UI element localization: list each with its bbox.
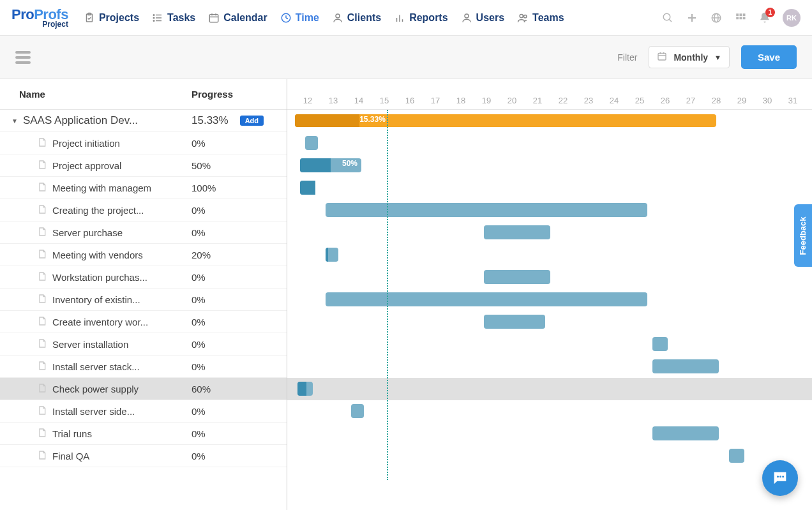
svg-rect-30	[740, 13, 742, 16]
gantt-bar[interactable]	[484, 315, 545, 329]
svg-rect-35	[658, 53, 666, 60]
svg-rect-34	[743, 17, 746, 19]
task-row[interactable]: Create inventory wor...0%	[0, 311, 287, 333]
grid-icon[interactable]	[734, 11, 747, 24]
nav-users[interactable]: Users	[455, 8, 511, 27]
gantt-bar[interactable]	[326, 248, 338, 262]
task-progress: 0%	[192, 227, 206, 238]
task-row[interactable]: Project approval50%	[0, 154, 287, 177]
task-name: Install server stack...	[52, 361, 140, 372]
clipboard-icon	[84, 12, 95, 24]
gantt-bar[interactable]	[729, 449, 744, 463]
task-row[interactable]: Meeting with managem100%	[0, 177, 287, 199]
timeline-header: 1213141516171819202122232425262728293031	[287, 79, 812, 110]
gantt-row: 15.33%	[287, 110, 812, 132]
nav-clients[interactable]: Clients	[326, 8, 387, 27]
header: ProProfs Project ProjectsTasksCalendarTi…	[0, 0, 812, 36]
task-row[interactable]: Install server stack...0%	[0, 356, 287, 378]
logo[interactable]: ProProfs Project	[11, 8, 68, 28]
gantt-row	[287, 423, 812, 445]
task-row[interactable]: Creating the project...0%	[0, 199, 287, 221]
add-icon[interactable]	[686, 11, 698, 24]
task-row[interactable]: Server installation0%	[0, 333, 287, 356]
clock-icon	[280, 12, 292, 24]
gantt-bar[interactable]	[652, 337, 668, 351]
file-icon	[37, 227, 47, 239]
task-name: Inventory of existin...	[52, 294, 140, 305]
gantt-row	[287, 132, 812, 154]
task-row[interactable]: Server purchase0%	[0, 221, 287, 244]
task-progress: 0%	[192, 138, 206, 149]
globe-icon[interactable]	[710, 11, 723, 24]
project-row[interactable]: ▼ SAAS Application Dev... 15.33% Add	[0, 110, 287, 132]
avatar[interactable]: RK	[783, 9, 801, 27]
gantt-row: 50%	[287, 154, 812, 177]
gantt-bar-summary[interactable]: 15.33%	[295, 114, 716, 127]
project-progress: 15.33%	[192, 114, 229, 127]
task-row[interactable]: Inventory of existin...0%	[0, 289, 287, 311]
nav-calendar[interactable]: Calendar	[202, 8, 273, 27]
day-header-cell: 24	[601, 96, 627, 109]
gantt-bar[interactable]	[351, 404, 364, 418]
person-icon	[332, 12, 343, 24]
svg-rect-8	[210, 14, 219, 22]
file-icon	[37, 383, 47, 395]
task-name: Check power supply	[52, 384, 139, 394]
nav-tasks[interactable]: Tasks	[146, 8, 202, 27]
chevron-down-icon: ▼	[714, 54, 721, 61]
search-icon[interactable]	[661, 11, 674, 24]
task-row[interactable]: Install server side...0%	[0, 400, 287, 423]
nav-teams[interactable]: Teams	[511, 8, 571, 27]
gantt-bar[interactable]	[652, 426, 719, 440]
gantt-bar[interactable]: 50%	[300, 158, 361, 172]
col-progress: Progress	[192, 89, 287, 100]
gantt-bar[interactable]	[297, 382, 313, 396]
task-progress: 0%	[192, 294, 206, 305]
task-progress: 0%	[192, 339, 206, 350]
gantt-bar[interactable]	[305, 136, 318, 150]
gantt-bar[interactable]	[652, 359, 719, 373]
task-row[interactable]: Meeting with vendors20%	[0, 244, 287, 266]
day-header-cell: 28	[703, 96, 729, 109]
day-header-cell: 31	[780, 96, 806, 109]
day-header-cell: 20	[499, 96, 525, 109]
save-button[interactable]: Save	[741, 45, 797, 69]
nav-reports[interactable]: Reports	[387, 8, 454, 27]
day-header-cell: 19	[474, 96, 499, 109]
file-icon	[37, 294, 47, 306]
task-row[interactable]: Check power supply60%	[0, 378, 287, 400]
bell-icon[interactable]: 1	[758, 11, 771, 24]
gantt-bar[interactable]	[484, 225, 550, 239]
task-row[interactable]: Project initiation0%	[0, 132, 287, 154]
calendar-icon	[208, 12, 220, 24]
task-row[interactable]: Workstation purchas...0%	[0, 266, 287, 289]
svg-rect-29	[736, 13, 739, 16]
task-name: Project initiation	[52, 138, 120, 149]
gantt-bar[interactable]	[484, 270, 550, 284]
file-icon	[37, 361, 47, 373]
nav-time[interactable]: Time	[274, 8, 326, 27]
feedback-label: Feedback	[799, 216, 808, 255]
chat-button[interactable]	[762, 460, 798, 496]
calendar-icon	[657, 51, 667, 63]
header-tools: 1 RK	[661, 9, 801, 27]
gantt-bar[interactable]	[326, 292, 647, 306]
gantt-bar[interactable]	[300, 181, 315, 195]
menu-icon[interactable]	[15, 51, 31, 64]
task-row[interactable]: Final QA0%	[0, 445, 287, 467]
task-row[interactable]: Trial runs0%	[0, 423, 287, 445]
gantt-bar[interactable]	[326, 203, 647, 217]
nav-projects[interactable]: Projects	[77, 8, 146, 27]
main: Name Progress ▼ SAAS Application Dev... …	[0, 79, 812, 510]
gantt-row	[287, 400, 812, 423]
add-button[interactable]: Add	[240, 116, 264, 126]
svg-rect-33	[740, 17, 742, 19]
svg-line-14	[286, 18, 288, 19]
collapse-icon[interactable]: ▼	[11, 117, 18, 124]
period-select[interactable]: Monthly ▼	[649, 46, 730, 68]
gantt-row	[287, 221, 812, 244]
today-marker	[387, 110, 388, 480]
task-progress: 50%	[192, 160, 211, 171]
day-header-cell: 29	[729, 96, 755, 109]
feedback-tab[interactable]: Feedback	[794, 204, 812, 267]
